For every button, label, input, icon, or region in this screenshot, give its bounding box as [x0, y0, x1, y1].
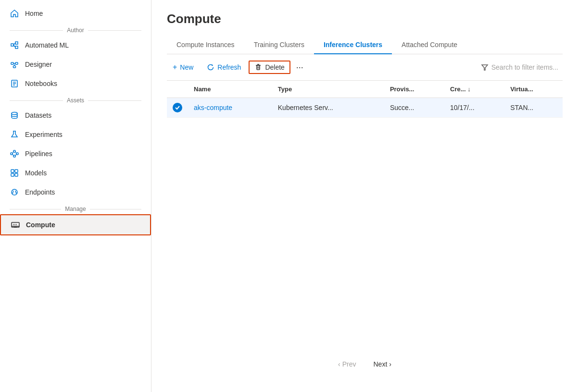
- notebooks-icon: [10, 79, 19, 88]
- row-name: aks-compute: [188, 98, 272, 118]
- svg-line-22: [15, 151, 16, 154]
- compute-icon: [11, 220, 20, 230]
- th-name: Name: [188, 81, 272, 98]
- svg-line-21: [13, 154, 13, 156]
- sidebar-item-experiments[interactable]: Experiments: [0, 125, 151, 144]
- sidebar-item-endpoints[interactable]: Endpoints: [0, 183, 151, 202]
- svg-rect-19: [16, 153, 18, 155]
- filter-icon: [481, 63, 489, 71]
- svg-line-23: [15, 154, 16, 156]
- more-options-button[interactable]: ···: [292, 61, 307, 74]
- row-provisioning: Succe...: [384, 98, 444, 118]
- row-created: 10/17/...: [444, 98, 504, 118]
- row-checkbox[interactable]: [167, 98, 188, 118]
- home-icon: [10, 9, 19, 18]
- compute-table: Name Type Provis... Cre... ↓ Virtua...: [167, 81, 563, 118]
- svg-marker-40: [482, 65, 488, 70]
- prev-button[interactable]: ‹ Prev: [332, 357, 362, 371]
- tab-training-clusters[interactable]: Training Clusters: [244, 36, 314, 54]
- models-icon: [10, 168, 19, 178]
- sidebar-item-compute[interactable]: Compute: [0, 214, 151, 235]
- compute-name-link[interactable]: aks-compute: [194, 104, 232, 111]
- svg-rect-5: [11, 62, 13, 64]
- delete-button[interactable]: Delete: [249, 61, 290, 74]
- svg-rect-18: [13, 155, 15, 157]
- sidebar: Home Author Automated ML Desi: [0, 0, 151, 392]
- svg-rect-0: [11, 44, 13, 46]
- svg-rect-27: [15, 173, 18, 176]
- main-content: Compute Compute Instances Training Clust…: [151, 0, 578, 392]
- sidebar-item-designer[interactable]: Designer: [0, 55, 151, 74]
- automated-ml-icon: [10, 40, 19, 50]
- plus-icon: +: [173, 63, 177, 72]
- tab-bar: Compute Instances Training Clusters Infe…: [167, 36, 563, 54]
- th-virtual: Virtua...: [504, 81, 563, 98]
- datasets-icon: [10, 110, 19, 120]
- chevron-left-icon: ‹: [338, 360, 340, 368]
- sidebar-item-notebooks[interactable]: Notebooks: [0, 74, 151, 93]
- checkbox-checked-icon: [173, 103, 182, 112]
- th-created[interactable]: Cre... ↓: [444, 81, 504, 98]
- sort-arrow: ↓: [467, 86, 471, 93]
- chevron-right-icon: ›: [389, 360, 391, 368]
- sidebar-item-automated-ml[interactable]: Automated ML: [0, 36, 151, 55]
- table-row[interactable]: aks-compute Kubernetes Serv... Succe... …: [167, 98, 563, 118]
- svg-point-14: [12, 112, 17, 115]
- th-checkbox: [167, 81, 188, 98]
- svg-rect-6: [15, 62, 18, 64]
- assets-section-label: Assets: [0, 93, 151, 106]
- search-box[interactable]: Search to filter items...: [477, 61, 563, 74]
- endpoints-icon: [10, 187, 19, 197]
- tab-compute-instances[interactable]: Compute Instances: [167, 36, 244, 54]
- author-section-label: Author: [0, 23, 151, 36]
- pagination: ‹ Prev Next ›: [167, 348, 563, 380]
- toolbar: + New Refresh Delet: [167, 54, 563, 81]
- svg-rect-24: [11, 170, 14, 172]
- refresh-icon: [207, 63, 214, 71]
- pipelines-icon: [10, 149, 19, 159]
- svg-rect-7: [13, 66, 16, 68]
- svg-point-28: [12, 189, 17, 195]
- row-virtual: STAN...: [504, 98, 563, 118]
- page-title: Compute: [167, 12, 563, 26]
- th-type: Type: [272, 81, 384, 98]
- table-container: Name Type Provis... Cre... ↓ Virtua...: [167, 81, 563, 348]
- svg-rect-25: [15, 170, 18, 172]
- delete-icon: [254, 63, 262, 71]
- svg-rect-2: [15, 46, 18, 49]
- sidebar-item-pipelines[interactable]: Pipelines: [0, 144, 151, 163]
- svg-rect-1: [15, 42, 18, 44]
- svg-rect-17: [13, 150, 15, 152]
- sidebar-item-datasets[interactable]: Datasets: [0, 106, 151, 125]
- table-header-row: Name Type Provis... Cre... ↓ Virtua...: [167, 81, 563, 98]
- th-provisioning: Provis...: [384, 81, 444, 98]
- new-button[interactable]: + New: [167, 60, 199, 74]
- manage-section-label: Manage: [0, 202, 151, 214]
- svg-rect-26: [11, 173, 14, 176]
- designer-icon: [10, 60, 19, 69]
- svg-rect-35: [257, 65, 260, 70]
- refresh-button[interactable]: Refresh: [201, 61, 247, 74]
- next-button[interactable]: Next ›: [368, 357, 397, 371]
- row-type: Kubernetes Serv...: [272, 98, 384, 118]
- svg-rect-16: [11, 153, 13, 155]
- svg-line-20: [13, 151, 13, 154]
- sidebar-item-home[interactable]: Home: [0, 4, 151, 23]
- experiments-icon: [10, 130, 19, 139]
- sidebar-item-models[interactable]: Models: [0, 163, 151, 183]
- tab-attached-compute[interactable]: Attached Compute: [392, 36, 467, 54]
- tab-inference-clusters[interactable]: Inference Clusters: [314, 36, 392, 54]
- search-placeholder: Search to filter items...: [491, 63, 558, 71]
